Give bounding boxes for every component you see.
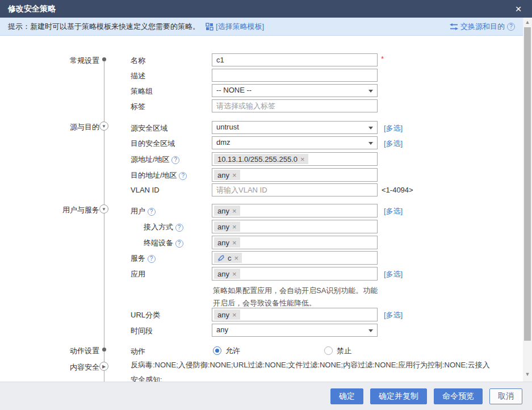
dialog-titlebar: 修改安全策略 × xyxy=(0,0,532,18)
application-row: 应用 any× [多选] xyxy=(0,267,532,281)
ok-button[interactable]: 确定 xyxy=(330,388,363,404)
swap-source-dest-link[interactable]: 交换源和目的 xyxy=(460,22,505,32)
ok-and-copy-button[interactable]: 确定并复制 xyxy=(370,388,427,404)
vlan-input[interactable] xyxy=(212,183,378,196)
src-addr-row: 源地址/地区 ? 10.13.1.0/255.255.255.0× xyxy=(0,152,532,166)
user-row: 用户 ? any× [多选] xyxy=(0,204,532,217)
action-label: 动作 xyxy=(131,346,145,357)
tag-input[interactable] xyxy=(212,99,378,112)
src-zone-row: 源安全区域 untrust [多选] xyxy=(0,121,532,135)
description-input[interactable] xyxy=(212,69,378,82)
tag-chip: any× xyxy=(214,237,240,248)
description-row: 描述 xyxy=(0,69,532,82)
close-icon[interactable]: × xyxy=(512,2,525,16)
remove-tag-icon[interactable]: × xyxy=(232,223,237,231)
application-tagbox[interactable]: any× xyxy=(212,267,378,281)
access-mode-label: 接入方式 ? xyxy=(144,222,183,232)
dst-zone-select[interactable]: dmz xyxy=(212,136,378,149)
tag-chip: any× xyxy=(214,170,240,180)
tag-chip: any× xyxy=(214,206,240,216)
dst-addr-label: 目的地址/地区 ? xyxy=(131,170,187,181)
remove-tag-icon[interactable]: × xyxy=(232,311,237,319)
time-range-label: 时间段 xyxy=(131,326,153,336)
remove-tag-icon[interactable]: × xyxy=(232,171,237,179)
deny-label: 禁止 xyxy=(337,346,351,355)
content-security-line1: 反病毒:NONE;入侵防御:NONE;URL过滤:NONE;文件过滤:NONE;… xyxy=(131,358,497,382)
allow-radio[interactable] xyxy=(213,346,221,355)
dialog-footer: 确定 确定并复制 命令预览 取消 xyxy=(0,382,532,410)
service-tagbox[interactable]: c× xyxy=(212,251,378,265)
src-zone-multi-link[interactable]: [多选] xyxy=(384,123,403,133)
access-mode-tagbox[interactable]: any× xyxy=(212,220,378,233)
select-policy-template-link[interactable]: [选择策略模板] xyxy=(216,22,264,32)
dst-zone-multi-link[interactable]: [多选] xyxy=(384,139,403,149)
terminal-tagbox[interactable]: any× xyxy=(212,236,378,249)
url-category-multi-link[interactable]: [多选] xyxy=(384,310,403,320)
help-icon[interactable]: ? xyxy=(148,208,156,216)
scroll-up-icon[interactable]: ▲ xyxy=(523,19,532,25)
section-content-security: 内容安全 xyxy=(70,362,99,373)
src-addr-label: 源地址/地区 ? xyxy=(131,154,179,165)
help-icon[interactable]: ? xyxy=(148,255,156,263)
user-multi-link[interactable]: [多选] xyxy=(384,206,403,216)
time-range-value: any xyxy=(216,325,228,334)
url-category-label: URL分类 xyxy=(131,310,160,320)
required-asterisk: * xyxy=(381,55,384,63)
tag-label: 标签 xyxy=(131,102,145,112)
terminal-label: 终端设备 ? xyxy=(144,238,183,248)
vlan-row: VLAN ID <1-4094> xyxy=(0,183,532,197)
access-mode-row: 接入方式 ? any× xyxy=(0,220,532,233)
url-category-row: URL分类 any× [多选] xyxy=(0,308,532,321)
tag-chip: any× xyxy=(214,309,240,320)
remove-tag-icon[interactable]: × xyxy=(232,239,237,247)
help-icon[interactable]: ? xyxy=(179,172,187,180)
application-label: 应用 xyxy=(131,269,145,279)
tag-chip: any× xyxy=(214,269,240,279)
tag-chip: any× xyxy=(214,221,240,232)
name-label: 名称 xyxy=(131,56,145,66)
src-zone-label: 源安全区域 xyxy=(131,123,167,133)
remove-tag-icon[interactable]: × xyxy=(232,207,237,215)
dst-addr-tagbox[interactable]: any× xyxy=(212,168,378,182)
cancel-button[interactable]: 取消 xyxy=(489,388,522,404)
remove-tag-icon[interactable]: × xyxy=(300,155,305,164)
time-range-select[interactable]: any xyxy=(212,324,378,337)
command-preview-button[interactable]: 命令预览 xyxy=(434,388,483,404)
dialog-title: 修改安全策略 xyxy=(8,4,56,14)
user-tagbox[interactable]: any× xyxy=(212,204,378,217)
tag-row: 标签 xyxy=(0,99,532,113)
src-zone-value: untrust xyxy=(216,123,239,131)
application-multi-link[interactable]: [多选] xyxy=(384,269,403,279)
src-zone-select[interactable]: untrust xyxy=(212,121,378,134)
chevron-down-icon xyxy=(368,90,373,93)
action-row: 动作 允许 禁止 xyxy=(0,344,532,358)
dst-zone-value: dmz xyxy=(216,138,231,147)
name-input[interactable] xyxy=(212,53,378,66)
terminal-row: 终端设备 ? any× xyxy=(0,236,532,249)
vlan-range-hint: <1-4094> xyxy=(382,186,413,194)
url-category-tagbox[interactable]: any× xyxy=(212,308,378,321)
hint-bar: 提示：新建时可以基于策略模板来快速定义您需要的策略。 [选择策略模板] 交换源和… xyxy=(0,18,523,36)
service-row: 服务 ? c× xyxy=(0,251,532,265)
chevron-down-icon xyxy=(368,329,373,332)
help-icon[interactable]: ? xyxy=(175,240,183,248)
deny-radio[interactable] xyxy=(324,346,333,355)
name-row: 名称 * xyxy=(0,53,532,67)
policy-group-label: 策略组 xyxy=(131,86,153,97)
user-label: 用户 ? xyxy=(131,206,156,216)
policy-group-select[interactable]: -- NONE -- xyxy=(212,84,378,97)
content-security-summary: 反病毒:NONE;入侵防御:NONE;URL过滤:NONE;文件过滤:NONE;… xyxy=(131,358,497,382)
expand-icon[interactable]: ▶ xyxy=(99,362,108,371)
help-icon[interactable]: ? xyxy=(175,224,183,232)
remove-tag-icon[interactable]: × xyxy=(234,254,239,262)
vlan-label: VLAN ID xyxy=(131,186,160,194)
help-icon[interactable]: ? xyxy=(171,156,179,164)
chevron-down-icon xyxy=(368,142,373,145)
service-object-icon xyxy=(217,254,225,262)
tag-chip: 10.13.1.0/255.255.255.0× xyxy=(214,154,308,164)
time-range-row: 时间段 any xyxy=(0,324,532,337)
help-icon[interactable]: ? xyxy=(507,23,515,31)
scroll-down-icon[interactable]: ▼ xyxy=(523,371,532,377)
src-addr-tagbox[interactable]: 10.13.1.0/255.255.255.0× xyxy=(212,152,378,166)
remove-tag-icon[interactable]: × xyxy=(232,270,237,278)
